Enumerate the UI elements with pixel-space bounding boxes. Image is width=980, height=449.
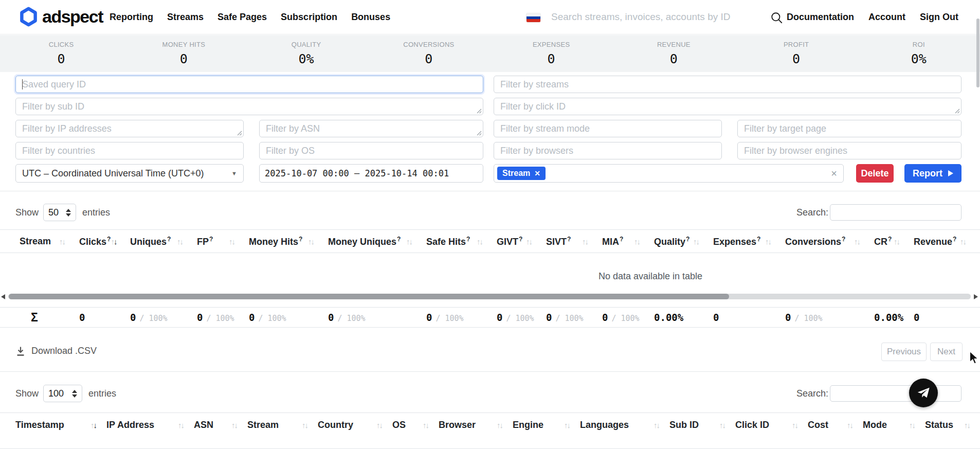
column-label: Expenses? [713, 236, 760, 247]
column-header-os[interactable]: OS↑↓ [392, 413, 439, 437]
column-header-money-uniques[interactable]: Money Uniques?↑↓ [324, 230, 422, 253]
column-header-sivt[interactable]: SIVT?↑↓ [542, 230, 598, 253]
previous-page-button[interactable]: Previous [881, 343, 927, 361]
column-header-ip-address[interactable]: IP Address↑↓ [106, 413, 194, 437]
target-page-filter-input[interactable] [737, 120, 961, 137]
browsers-filter-input[interactable] [494, 142, 722, 159]
saved-query-input[interactable] [15, 76, 483, 93]
nav-item-reporting[interactable]: Reporting [110, 12, 153, 23]
page-size-select-1[interactable]: 50 [43, 204, 76, 221]
report-table-header: Stream↑↓Clicks?↑↓Uniques?↑↓FP?↑↓Money Hi… [0, 229, 980, 253]
column-header-cr[interactable]: CR?↑↓ [870, 230, 910, 253]
column-header-conversions[interactable]: Conversions?↑↓ [781, 230, 870, 253]
summary-cell: 0/ 100% [126, 312, 193, 323]
column-header-money-hits[interactable]: Money Hits?↑↓ [245, 230, 324, 253]
column-header-safe-hits[interactable]: Safe Hits?↑↓ [422, 230, 493, 253]
page-size-select-2[interactable]: 100 [43, 385, 82, 402]
stream-tag[interactable]: Stream ✕ [497, 167, 546, 180]
column-header-asn[interactable]: ASN↑↓ [194, 413, 247, 437]
resize-handle-icon[interactable] [477, 109, 482, 114]
sort-icon: ↑↓ [111, 237, 117, 246]
top-link-account[interactable]: Account [868, 12, 905, 23]
top-link-documentation[interactable]: Documentation [787, 12, 854, 23]
column-header-stream[interactable]: Stream↑↓ [15, 230, 75, 253]
column-label: SIVT? [546, 236, 571, 247]
column-header-engine[interactable]: Engine↑↓ [513, 413, 580, 437]
nav-item-safe-pages[interactable]: Safe Pages [217, 12, 267, 23]
sort-desc-icon: ↓ [379, 421, 384, 429]
sort-desc-icon: ↓ [585, 237, 589, 246]
help-marker: ? [620, 236, 623, 243]
scrollbar-thumb[interactable] [9, 294, 729, 299]
delete-button[interactable]: Delete [856, 164, 894, 183]
date-range-input[interactable] [259, 164, 483, 183]
sort-desc-icon: ↓ [480, 237, 484, 246]
click-id-filter-field [494, 98, 961, 115]
column-header-stream[interactable]: Stream↑↓ [247, 413, 318, 437]
os-filter-input[interactable] [259, 142, 483, 159]
stream-mode-filter-input[interactable] [494, 120, 722, 137]
summary-share: / 100% [435, 314, 463, 323]
asn-filter-input[interactable] [259, 120, 483, 137]
column-header-status[interactable]: Status↑↓ [925, 413, 980, 437]
scroll-right-arrow[interactable] [974, 294, 978, 299]
top-link-sign-out[interactable]: Sign Out [920, 12, 958, 23]
language-flag-russia[interactable] [527, 13, 540, 22]
column-header-uniques[interactable]: Uniques?↑↓ [126, 230, 193, 253]
entries-label: entries [82, 207, 110, 218]
page-size-value: 100 [48, 388, 64, 399]
adspect-logo[interactable]: adspect [20, 7, 103, 27]
dimension-tag-box[interactable]: Stream ✕ × [494, 164, 844, 183]
sort-icon: ↑↓ [477, 237, 483, 246]
column-header-cost[interactable]: Cost↑↓ [808, 413, 863, 437]
column-header-timestamp[interactable]: Timestamp↑↓ [15, 413, 106, 437]
scroll-left-arrow[interactable] [1, 294, 5, 299]
stat-label: CONVERSIONS [368, 41, 490, 48]
column-header-givt[interactable]: GIVT?↑↓ [493, 230, 542, 253]
search-icon[interactable] [770, 11, 784, 25]
table-search-input-2[interactable] [830, 385, 961, 402]
column-header-sub-id[interactable]: Sub ID↑↓ [669, 413, 735, 437]
column-label: GIVT? [497, 236, 522, 247]
table-search-input-1[interactable] [830, 204, 961, 221]
telegram-button[interactable] [909, 379, 938, 407]
sort-icon: ↑↓ [229, 237, 235, 246]
sort-icon: ↑↓ [406, 237, 413, 246]
nav-item-subscription[interactable]: Subscription [281, 12, 337, 23]
vertical-scrollbar-thumb[interactable] [976, 19, 979, 87]
column-header-expenses[interactable]: Expenses?↑↓ [709, 230, 781, 253]
column-header-fp[interactable]: FP?↑↓ [193, 230, 245, 253]
timezone-select[interactable]: UTC – Coordinated Universal Time (UTC+0)… [15, 164, 244, 183]
column-label: Money Hits? [249, 236, 302, 247]
column-header-country[interactable]: Country↑↓ [318, 413, 392, 437]
sort-desc-icon: ↓ [637, 237, 641, 246]
nav-item-streams[interactable]: Streams [167, 12, 204, 23]
column-header-quality[interactable]: Quality?↑↓ [650, 230, 709, 253]
column-header-browser[interactable]: Browser↑↓ [439, 413, 513, 437]
countries-filter-input[interactable] [15, 142, 244, 159]
global-search-input[interactable] [551, 9, 741, 25]
column-header-revenue[interactable]: Revenue?↑↓ [910, 230, 976, 253]
sub-id-filter-input[interactable] [15, 98, 483, 115]
browsers-filter-field [494, 142, 722, 159]
next-page-button[interactable]: Next [930, 343, 963, 361]
clear-selection-icon[interactable]: × [831, 168, 837, 178]
tag-remove-icon[interactable]: ✕ [534, 169, 540, 177]
nav-item-bonuses[interactable]: Bonuses [351, 12, 390, 23]
report-button[interactable]: Report [904, 164, 961, 183]
click-id-filter-input[interactable] [494, 98, 961, 115]
ip-filter-input[interactable] [15, 120, 244, 137]
streams-filter-input[interactable] [494, 76, 961, 93]
resize-handle-icon[interactable] [477, 131, 482, 136]
column-header-languages[interactable]: Languages↑↓ [580, 413, 669, 437]
resize-handle-icon[interactable] [955, 109, 960, 114]
sort-icon: ↑↓ [693, 237, 700, 246]
column-header-mia[interactable]: MIA?↑↓ [598, 230, 650, 253]
stat-value: 0 [0, 51, 122, 66]
column-header-click-id[interactable]: Click ID↑↓ [735, 413, 808, 437]
download-csv-link[interactable]: Download .CSV [15, 346, 97, 356]
column-header-clicks[interactable]: Clicks?↑↓ [75, 230, 126, 253]
column-header-mode[interactable]: Mode↑↓ [863, 413, 925, 437]
resize-handle-icon[interactable] [237, 131, 242, 136]
browser-engines-filter-input[interactable] [737, 142, 961, 159]
